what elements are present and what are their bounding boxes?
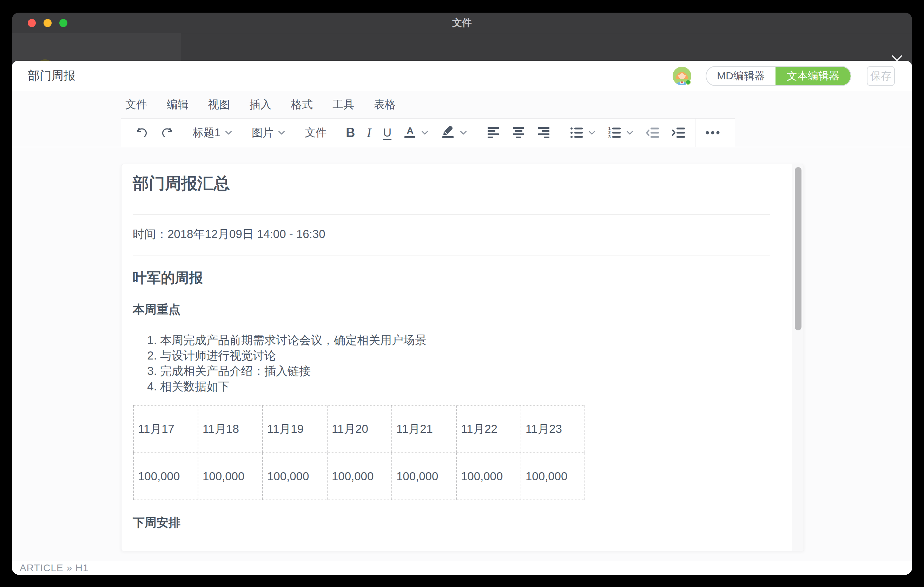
redo-button[interactable] bbox=[155, 119, 180, 147]
indent-button[interactable] bbox=[666, 119, 691, 147]
chevron-down-icon bbox=[278, 130, 285, 135]
editor-content-area: 部门周报汇总 时间：2018年12月09日 14:00 - 16:30 叶军的周… bbox=[12, 147, 912, 561]
file-insert-label: 文件 bbox=[305, 125, 327, 140]
text-editor-tab[interactable]: 文本编辑器 bbox=[776, 67, 851, 85]
list-item: 本周完成产品前期需求讨论会议，确定相关用户场景 bbox=[160, 333, 770, 348]
outdent-icon bbox=[645, 126, 660, 139]
menu-item[interactable]: 编辑 bbox=[167, 97, 188, 112]
chevron-down-icon bbox=[421, 130, 429, 135]
highlighter-icon bbox=[441, 126, 455, 140]
save-button[interactable]: 保存 bbox=[867, 66, 895, 86]
menu-item[interactable]: 工具 bbox=[332, 97, 354, 112]
underline-button[interactable]: U bbox=[377, 119, 398, 147]
menu-item[interactable]: 文件 bbox=[125, 97, 147, 112]
table-cell[interactable]: 11月18 bbox=[198, 406, 262, 453]
table-cell[interactable]: 11月17 bbox=[133, 406, 198, 453]
meeting-time-line: 时间：2018年12月09日 14:00 - 16:30 bbox=[133, 226, 770, 242]
user-avatar[interactable] bbox=[673, 67, 691, 85]
table-cell[interactable]: 100,000 bbox=[456, 453, 521, 500]
avatar-illustration bbox=[673, 67, 691, 85]
data-table: 11月1711月1811月1911月2011月2111月2211月23 100,… bbox=[133, 405, 585, 500]
list-item: 完成相关产品介绍：插入链接 bbox=[160, 363, 770, 379]
table-cell[interactable]: 100,000 bbox=[391, 453, 456, 500]
table-cell[interactable]: 100,000 bbox=[198, 453, 262, 500]
scrollbar-thumb[interactable] bbox=[795, 167, 802, 330]
status-bar: ARTICLE » H1 bbox=[12, 561, 912, 575]
window-title: 文件 bbox=[12, 16, 912, 30]
background-sidebar-panel bbox=[12, 33, 181, 61]
app-dark-header bbox=[12, 33, 912, 61]
toolbar-separator bbox=[477, 118, 477, 147]
align-left-icon bbox=[487, 127, 500, 139]
table-cell[interactable]: 100,000 bbox=[133, 453, 198, 500]
scrollbar[interactable] bbox=[792, 164, 804, 551]
align-right-icon bbox=[537, 127, 551, 139]
font-color-button[interactable]: A bbox=[398, 119, 435, 147]
editor-mode-switch: MD编辑器 文本编辑器 bbox=[706, 66, 851, 86]
outdent-button[interactable] bbox=[640, 119, 666, 147]
table-cell[interactable]: 11月20 bbox=[327, 406, 391, 453]
chevron-down-icon bbox=[460, 130, 467, 135]
table-cell[interactable]: 100,000 bbox=[327, 453, 391, 500]
bold-button[interactable]: B bbox=[340, 119, 361, 147]
toolbar-row: 标题1 图片 文件 B I bbox=[12, 118, 912, 147]
align-left-button[interactable] bbox=[480, 119, 506, 147]
redo-icon bbox=[160, 126, 173, 139]
more-dots-icon bbox=[705, 130, 720, 135]
toolbar-separator bbox=[695, 118, 695, 147]
document-panel[interactable]: 部门周报汇总 时间：2018年12月09日 14:00 - 16:30 叶军的周… bbox=[121, 164, 804, 551]
align-center-icon bbox=[512, 127, 525, 139]
table-cell[interactable]: 11月19 bbox=[262, 406, 327, 453]
weekly-highlights-list: 本周完成产品前期需求讨论会议，确定相关用户场景与设计师进行视觉讨论完成相关产品介… bbox=[133, 333, 770, 394]
doc-heading-3: 本周重点 bbox=[133, 302, 770, 317]
indent-icon bbox=[672, 126, 686, 139]
chevron-down-icon bbox=[588, 130, 596, 135]
editor-card: 部门周报 bbox=[12, 61, 912, 575]
menu-bar: 文件编辑视图插入格式工具表格 bbox=[12, 91, 912, 118]
align-center-button[interactable] bbox=[506, 119, 531, 147]
image-insert-label: 图片 bbox=[252, 125, 274, 140]
bullet-list-button[interactable] bbox=[564, 119, 602, 147]
list-item: 与设计师进行视觉讨论 bbox=[160, 348, 770, 363]
more-tools-button[interactable] bbox=[699, 119, 726, 147]
ordered-list-button[interactable]: 1 2 3 bbox=[602, 119, 640, 147]
chevron-down-icon bbox=[225, 130, 233, 135]
undo-icon bbox=[135, 126, 148, 139]
app-window: 文件 部门周报 bbox=[12, 13, 912, 575]
breadcrumb: ARTICLE » H1 bbox=[20, 562, 89, 574]
document-name: 部门周报 bbox=[28, 68, 76, 84]
toolbar: 标题1 图片 文件 B I bbox=[121, 118, 735, 147]
font-color-icon: A bbox=[403, 126, 417, 140]
table-cell[interactable]: 100,000 bbox=[262, 453, 327, 500]
table-cell[interactable]: 11月22 bbox=[456, 406, 521, 453]
horizontal-rule bbox=[133, 214, 770, 215]
menu-item[interactable]: 插入 bbox=[249, 97, 271, 112]
align-right-button[interactable] bbox=[531, 119, 556, 147]
titlebar: 文件 bbox=[12, 13, 912, 33]
header-actions: MD编辑器 文本编辑器 保存 bbox=[673, 66, 895, 86]
italic-button[interactable]: I bbox=[361, 119, 377, 147]
doc-heading-2: 叶军的周报 bbox=[133, 268, 770, 287]
menu-item[interactable]: 视图 bbox=[208, 97, 230, 112]
table-cell[interactable]: 11月23 bbox=[521, 406, 585, 453]
editor-header: 部门周报 bbox=[12, 61, 912, 91]
md-editor-tab[interactable]: MD编辑器 bbox=[706, 67, 776, 85]
document-body: 部门周报汇总 时间：2018年12月09日 14:00 - 16:30 叶军的周… bbox=[122, 164, 804, 530]
file-insert-button[interactable]: 文件 bbox=[299, 119, 332, 147]
heading-style-select[interactable]: 标题1 bbox=[187, 119, 238, 147]
doc-heading-1: 部门周报汇总 bbox=[133, 173, 770, 193]
image-insert-select[interactable]: 图片 bbox=[246, 119, 291, 147]
bullet-list-icon bbox=[570, 126, 584, 139]
list-item: 相关数据如下 bbox=[160, 379, 770, 394]
undo-button[interactable] bbox=[130, 119, 155, 147]
horizontal-rule bbox=[133, 256, 770, 256]
table-cell[interactable]: 100,000 bbox=[521, 453, 585, 500]
toolbar-separator bbox=[242, 118, 242, 147]
table-cell[interactable]: 11月21 bbox=[391, 406, 456, 453]
menu-item[interactable]: 表格 bbox=[374, 97, 396, 112]
chevron-down-icon bbox=[626, 130, 634, 135]
svg-text:3: 3 bbox=[609, 134, 611, 139]
menu-item[interactable]: 格式 bbox=[291, 97, 313, 112]
highlight-color-button[interactable] bbox=[435, 119, 473, 147]
toolbar-separator bbox=[560, 118, 560, 147]
